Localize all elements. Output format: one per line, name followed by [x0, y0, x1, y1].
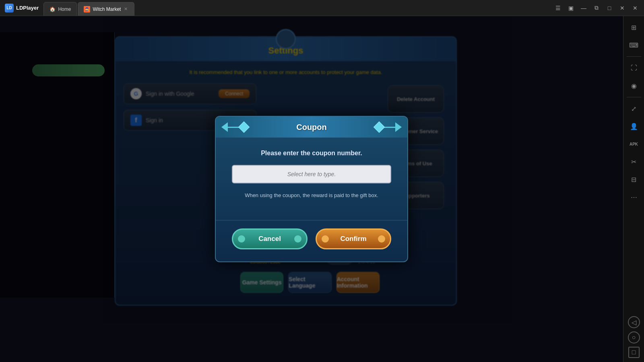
right-diamond-icon	[374, 121, 385, 133]
maximize-btn[interactable]: □	[604, 2, 615, 14]
cancel-label: Cancel	[258, 235, 281, 243]
close-btn[interactable]: ✕	[617, 2, 628, 14]
cancel-button[interactable]: Cancel	[232, 228, 308, 249]
grid-icon[interactable]: ⊟	[627, 172, 641, 187]
modal-title: Coupon	[296, 123, 327, 132]
gamepad-icon[interactable]: ⊞	[627, 20, 641, 35]
tab-home[interactable]: 🏠 Home	[43, 2, 77, 16]
user-icon[interactable]: 👤	[627, 119, 641, 134]
tab-home-label: Home	[58, 6, 71, 12]
restore-btn[interactable]: ⧉	[591, 2, 602, 14]
more-icon[interactable]: ⋯	[627, 190, 641, 204]
sidebar-divider-1	[627, 56, 641, 57]
confirm-button[interactable]: Confirm	[316, 228, 391, 249]
header-left-decoration	[221, 122, 248, 132]
modal-body: Please enter the coupon number. When usi…	[216, 138, 407, 212]
app-name: LDPlayer	[16, 5, 39, 11]
modal-prompt: Please enter the coupon number.	[232, 150, 391, 157]
close-btn-2[interactable]: ✕	[630, 2, 641, 14]
coupon-input[interactable]	[233, 171, 390, 177]
modal-overlay: Coupon Please enter the coupon number. W…	[0, 16, 623, 362]
modal-note: When using the coupon, the reward is pai…	[232, 191, 391, 200]
close-tab-icon[interactable]: ✕	[123, 6, 128, 12]
home-icon: 🏠	[50, 6, 56, 12]
home-circle-icon[interactable]: ○	[628, 331, 640, 343]
titlebar: LD LDPlayer 🏠 Home 🧙 Witch Market ✕ ☰ ▣ …	[0, 0, 644, 16]
keyboard-icon[interactable]: ⌨	[627, 38, 641, 52]
game-area: Settings It is recommended that you link…	[0, 16, 623, 362]
minimize-btn[interactable]: —	[578, 2, 589, 14]
tabs-area: 🏠 Home 🧙 Witch Market ✕	[43, 0, 552, 16]
titlebar-controls: ☰ ▣ — ⧉ □ ✕ ✕	[552, 2, 644, 14]
logo-icon: LD	[5, 4, 14, 12]
modal-buttons: Cancel Confirm	[216, 228, 407, 249]
display-icon[interactable]: ▣	[565, 2, 576, 14]
record-icon[interactable]: ◉	[627, 78, 641, 93]
right-triangle-icon	[395, 122, 402, 132]
app-logo: LD LDPlayer	[0, 4, 43, 12]
apk-icon[interactable]: APK	[627, 137, 641, 151]
tab-witch-market-label: Witch Market	[93, 6, 121, 12]
confirm-label: Confirm	[340, 235, 366, 243]
coupon-modal: Coupon Please enter the coupon number. W…	[215, 116, 408, 262]
modal-divider	[216, 220, 407, 220]
sidebar-divider-2	[627, 97, 641, 97]
left-diamond-icon	[238, 121, 250, 133]
recents-icon[interactable]: □	[628, 347, 640, 358]
tab-witch-market[interactable]: 🧙 Witch Market ✕	[78, 2, 134, 16]
modal-header: Coupon	[216, 117, 407, 138]
tool-icon[interactable]: ✂	[627, 154, 641, 169]
left-triangle-icon	[221, 122, 228, 132]
right-sidebar: ⊞ ⌨ ⛶ ◉ ⤢ 👤 APK ✂ ⊟ ⋯ ◁ ○ □	[623, 16, 644, 362]
coupon-input-wrapper[interactable]	[232, 165, 391, 183]
menu-icon[interactable]: ☰	[552, 2, 564, 14]
witch-market-tab-icon: 🧙	[84, 6, 90, 12]
expand-icon[interactable]: ⤢	[627, 101, 641, 116]
header-right-decoration	[375, 122, 402, 132]
screenshot-icon[interactable]: ⛶	[627, 61, 641, 75]
back-icon[interactable]: ◁	[628, 316, 640, 328]
